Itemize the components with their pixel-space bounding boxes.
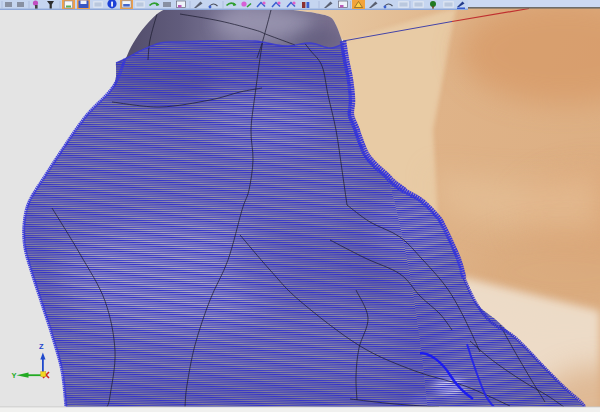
svg-text:Z: Z [39, 342, 44, 351]
svg-text:Y: Y [12, 371, 17, 380]
